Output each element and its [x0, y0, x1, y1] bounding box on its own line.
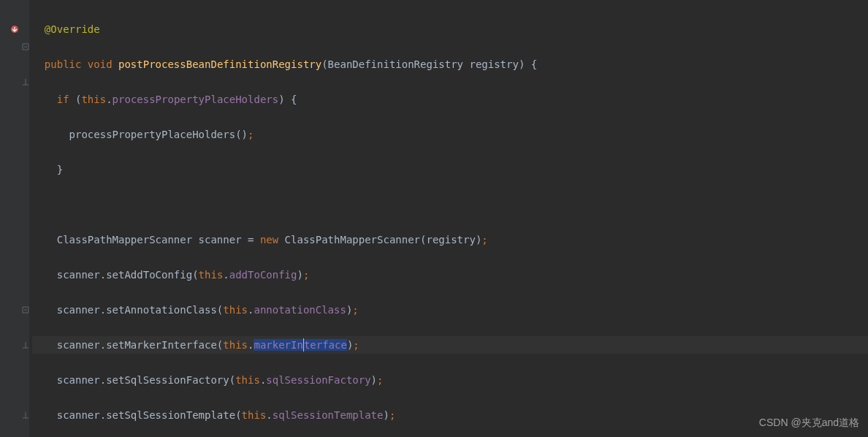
code-line[interactable]: @Override: [32, 20, 868, 38]
code-content[interactable]: @Override public void postProcessBeanDef…: [29, 0, 868, 437]
selection: terface: [304, 339, 347, 351]
end-block-icon[interactable]: [0, 336, 32, 354]
code-line[interactable]: scanner.setSqlSessionFactory(this.sqlSes…: [32, 371, 868, 389]
code-line[interactable]: scanner.setAnnotationClass(this.annotati…: [32, 301, 868, 319]
annotation: @Override: [45, 23, 100, 35]
code-line[interactable]: if (this.processPropertyPlaceHolders) {: [32, 91, 868, 108]
override-gutter-icon[interactable]: [0, 20, 29, 38]
end-block-icon[interactable]: [0, 73, 32, 91]
collapse-icon[interactable]: [0, 301, 32, 319]
code-line[interactable]: scanner.setAddToConfig(this.addToConfig)…: [32, 266, 868, 284]
code-editor[interactable]: @Override public void postProcessBeanDef…: [0, 0, 868, 437]
code-line[interactable]: ClassPathMapperScanner scanner = new Cla…: [32, 231, 868, 248]
code-line[interactable]: [32, 196, 868, 213]
selection: markerIn: [254, 339, 302, 351]
code-line[interactable]: processPropertyPlaceHolders();: [32, 126, 868, 143]
code-line[interactable]: scanner.setSqlSessionTemplate(this.sqlSe…: [32, 406, 868, 424]
code-line-active[interactable]: scanner.setMarkerInterface(this.markerIn…: [32, 336, 868, 354]
collapse-icon[interactable]: [0, 38, 32, 56]
end-block-icon[interactable]: [0, 406, 32, 424]
watermark: CSDN @夹克and道格: [759, 414, 859, 431]
code-line[interactable]: public void postProcessBeanDefinitionReg…: [32, 56, 868, 73]
caret: [303, 338, 304, 352]
code-line[interactable]: }: [32, 161, 868, 178]
gutter: [0, 0, 29, 437]
